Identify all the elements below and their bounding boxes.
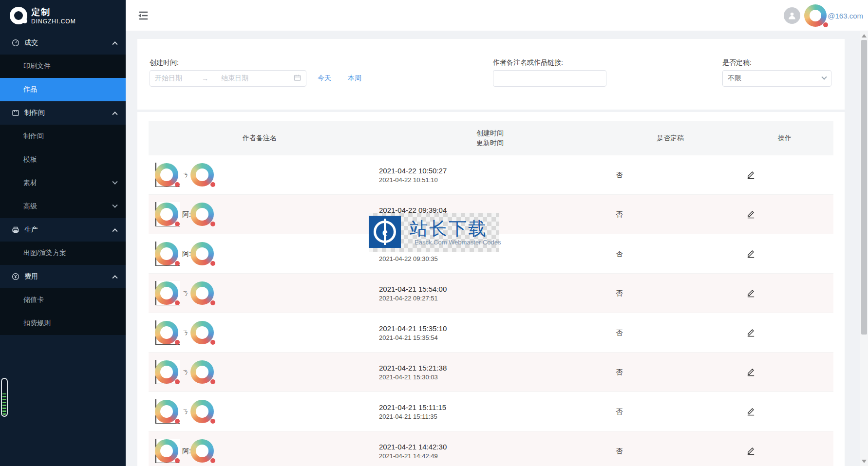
created-time: 2021-04-22 09:29:46 — [379, 245, 447, 254]
sidebar-item-高级[interactable]: 高级 — [0, 195, 126, 218]
user-email: @163.com — [828, 12, 863, 20]
logo[interactable]: 定制 DINGZHI.COM — [0, 0, 126, 31]
today-link[interactable]: 今天 — [318, 74, 331, 83]
colorful-o-watermark-icon — [155, 360, 178, 384]
logo-o-icon — [10, 7, 27, 24]
edit-button[interactable] — [744, 406, 757, 418]
updated-time: 2021-04-21 14:42:49 — [379, 452, 447, 460]
vertical-scrollbar[interactable] — [860, 31, 868, 466]
battery-indicator — [1, 378, 8, 417]
final-status: 否 — [616, 313, 623, 353]
final-status: 否 — [616, 274, 623, 313]
edit-button[interactable] — [744, 366, 757, 379]
sidebar-item-储值卡[interactable]: 储值卡 — [0, 288, 126, 312]
updated-time: 2021-04-22 09:30:35 — [379, 255, 447, 262]
week-link[interactable]: 本周 — [348, 74, 361, 83]
table-row: ㄋ 2021-04-22 10:50:27 2021-04-22 10:51:1… — [149, 155, 833, 194]
final-select-value: 不限 — [728, 74, 822, 83]
col-time-line2: 更新时间 — [476, 138, 504, 148]
table-row: ㄋ 2021-04-21 15:54:00 2021-04-22 09:27:5… — [149, 273, 833, 313]
table-row: 阿: 2021-04-22 09:29:46 2021-04-22 09:30:… — [149, 234, 833, 273]
filter-card: 创建时间: 开始日期 → 结束日期 今天 本周 作者备注名或作品链接: 是否定稿… — [137, 39, 845, 110]
author-name-fragment: ㄋ — [182, 274, 189, 313]
author-filter-input[interactable] — [493, 71, 606, 86]
sidebar-item-出图/渲染方案[interactable]: 出图/渲染方案 — [0, 242, 126, 265]
col-author: 作者备注名 — [243, 121, 277, 155]
author-filter-field — [493, 70, 606, 87]
table-row: 阿: 2021-04-22 09:39:04 2021-04-22 09:40:… — [149, 194, 833, 234]
logo-title: 定制 — [31, 6, 76, 18]
sidebar-item-作品[interactable]: 作品 — [0, 78, 126, 101]
created-time: 2021-04-21 15:11:15 — [379, 403, 446, 411]
edit-button[interactable] — [744, 287, 757, 300]
author-filter-label: 作者备注名或作品链接: — [493, 58, 563, 67]
battery-fill — [2, 393, 6, 415]
col-time: 创建时间 更新时间 — [476, 121, 504, 155]
yuan-icon — [12, 273, 19, 280]
updated-time: 2021-04-21 15:11:35 — [379, 413, 446, 420]
chevron-up-icon — [112, 228, 117, 234]
sidebar-item-素材[interactable]: 素材 — [0, 171, 126, 195]
chevron-down-icon — [821, 75, 827, 80]
edit-button[interactable] — [744, 169, 757, 182]
created-time: 2021-04-21 15:54:00 — [379, 285, 447, 293]
logo-domain: DINGZHI.COM — [31, 18, 76, 25]
scroll-down-icon[interactable] — [862, 460, 867, 463]
colorful-o-watermark-icon — [190, 203, 214, 226]
colorful-o-watermark-icon — [804, 4, 827, 27]
scroll-up-icon[interactable] — [862, 34, 867, 37]
chevron-up-icon — [112, 41, 117, 47]
app-root: 定制 DINGZHI.COM 成交 印刷文件 作品 制作间 制作间 模板 素材 … — [0, 0, 868, 466]
sidebar-section-2[interactable]: 生产 — [0, 218, 126, 242]
colorful-o-watermark-icon — [155, 439, 178, 463]
colorful-o-watermark-icon — [155, 400, 178, 423]
table-header: 作者备注名 创建时间 更新时间 是否定稿 操作 — [149, 121, 833, 155]
edit-button[interactable] — [744, 445, 757, 458]
edit-button[interactable] — [744, 248, 757, 261]
created-time: 2021-04-21 15:21:38 — [379, 364, 447, 372]
updated-time: 2021-04-21 15:35:54 — [379, 334, 447, 341]
col-final: 是否定稿 — [657, 121, 684, 155]
final-status: 否 — [616, 392, 623, 431]
workshop-icon — [12, 109, 19, 117]
sidebar-section-3[interactable]: 费用 — [0, 265, 126, 288]
sidebar-item-模板[interactable]: 模板 — [0, 148, 126, 171]
author-name-fragment: 阿: — [182, 431, 191, 466]
author-name-fragment: ㄋ — [182, 313, 189, 353]
table-row: ㄋ 2021-04-21 15:35:10 2021-04-21 15:35:5… — [149, 313, 833, 352]
time-cell: 2021-04-22 09:29:46 2021-04-22 09:30:35 — [379, 234, 447, 274]
sidebar-collapse-button[interactable] — [137, 11, 149, 20]
colorful-o-watermark-icon — [155, 321, 178, 344]
col-time-line1: 创建时间 — [476, 128, 504, 138]
author-name-fragment: ㄋ — [182, 155, 189, 195]
edit-button[interactable] — [744, 208, 757, 221]
date-range-picker[interactable]: 开始日期 → 结束日期 — [150, 70, 306, 87]
colorful-o-watermark-icon — [155, 281, 178, 305]
final-status: 否 — [616, 155, 623, 195]
chevron-up-icon — [112, 112, 117, 117]
sidebar-section-1[interactable]: 制作间 — [0, 101, 126, 125]
final-filter-label: 是否定稿: — [722, 58, 752, 67]
created-time: 2021-04-22 10:50:27 — [379, 167, 447, 175]
chevron-down-icon — [112, 203, 117, 208]
updated-time: 2021-04-22 09:40:10 — [379, 216, 447, 223]
sidebar-item-制作间[interactable]: 制作间 — [0, 125, 126, 148]
sidebar-item-印刷文件[interactable]: 印刷文件 — [0, 55, 126, 78]
time-cell: 2021-04-21 15:54:00 2021-04-22 09:27:51 — [379, 274, 447, 313]
range-arrow-icon: → — [202, 75, 208, 82]
user-area[interactable]: @163.com — [784, 4, 863, 27]
sidebar-item-扣费规则[interactable]: 扣费规则 — [0, 312, 126, 335]
updated-time: 2021-04-21 15:30:03 — [379, 373, 447, 381]
scrollbar-thumb[interactable] — [861, 40, 867, 335]
table-row: 阿: 2021-04-21 14:42:30 2021-04-21 14:42:… — [149, 431, 833, 466]
created-time: 2021-04-22 09:39:04 — [379, 206, 447, 214]
table-body: ㄋ 2021-04-22 10:50:27 2021-04-22 10:51:1… — [149, 155, 833, 466]
sidebar-section-0[interactable]: 成交 — [0, 31, 126, 55]
sidebar: 定制 DINGZHI.COM 成交 印刷文件 作品 制作间 制作间 模板 素材 … — [0, 0, 126, 466]
final-select[interactable]: 不限 — [722, 70, 831, 87]
topbar: @163.com — [126, 0, 868, 31]
created-time: 2021-04-21 14:42:30 — [379, 443, 447, 451]
chevron-down-icon — [112, 179, 117, 185]
edit-button[interactable] — [744, 327, 757, 339]
colorful-o-watermark-icon — [155, 242, 178, 265]
